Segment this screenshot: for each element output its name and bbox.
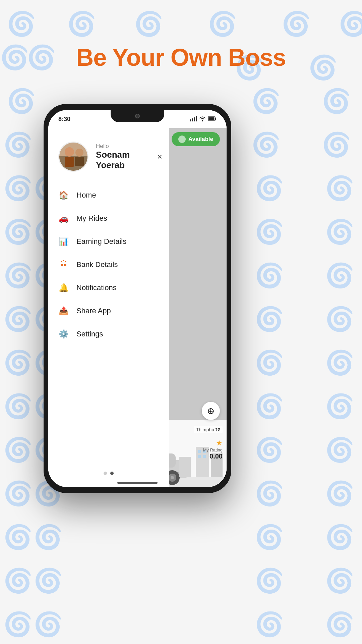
earning-icon: 📊 <box>58 236 69 247</box>
menu-item-notifications-label: Notifications <box>76 283 117 292</box>
swirl-deco: 🌀 <box>325 262 354 289</box>
available-button[interactable]: Available <box>172 132 220 146</box>
swirl-deco: 🌀 <box>325 523 354 551</box>
share-icon: 📤 <box>58 306 69 316</box>
swirl-deco: 🌀 <box>3 480 33 507</box>
swirl-deco: 🌀 <box>3 305 33 333</box>
dot-2 <box>110 472 114 475</box>
swirl-deco: 🌀 <box>255 480 284 507</box>
signal-icon <box>190 116 197 122</box>
rating-label: My Rating <box>203 447 223 452</box>
notch <box>111 110 164 122</box>
menu-item-settings[interactable]: ⚙️ Settings <box>58 323 159 346</box>
swirl-deco: 🌀 <box>255 610 284 638</box>
swirl-deco: 🌀 <box>255 567 284 594</box>
swirl-deco: 🌀 <box>255 305 284 333</box>
front-camera <box>135 114 140 118</box>
swirl-deco: 🌀 <box>3 218 33 246</box>
phone-frame: 8:30 <box>44 104 231 493</box>
swirl-deco: 🌀 <box>255 523 284 551</box>
swirl-deco: 🌀 <box>251 131 281 158</box>
swirl-deco: 🌀 <box>322 131 351 158</box>
menu-item-settings-label: Settings <box>76 330 103 338</box>
greeting-text: Hello <box>96 143 130 150</box>
svg-rect-10 <box>65 157 74 167</box>
menu-item-earning-label: Earning Details <box>76 237 126 246</box>
swirl-deco: 🌀 <box>255 436 284 464</box>
rating-star: ★ <box>203 439 223 447</box>
dot-1 <box>104 472 107 475</box>
phone-screen: 8:30 <box>48 110 227 487</box>
swirl-deco: 🌀 <box>255 174 284 202</box>
swirl-deco: 🌀 <box>34 610 63 638</box>
swirl-deco: 🌀 <box>3 392 33 420</box>
user-info: Hello Soenam Yoerab <box>96 143 130 170</box>
swirl-deco: 🌀 <box>3 523 33 551</box>
swirl-deco: 🌀 <box>255 262 284 289</box>
thimphu-label: Thimphu 🗺 <box>194 426 223 433</box>
side-drawer: × <box>48 128 169 487</box>
swirl-deco: 🌀 <box>325 436 354 464</box>
swirl-deco: 🌀 <box>3 174 33 202</box>
close-button[interactable]: × <box>157 152 162 162</box>
toggle-icon <box>178 136 186 143</box>
swirl-deco: 🌀 <box>255 392 284 420</box>
swirl-deco: 🌀 <box>325 392 354 420</box>
rating-value: 0.00 <box>203 452 223 460</box>
pagination-dots <box>58 468 159 480</box>
page-title: Be Your Own Boss <box>0 0 362 71</box>
swirl-deco: 🌀 <box>251 87 281 115</box>
menu-item-home-label: Home <box>76 191 96 200</box>
battery-icon <box>208 116 217 122</box>
swirl-deco: 🌀 <box>255 349 284 376</box>
menu-item-my-rides[interactable]: 🚗 My Rides <box>58 207 159 230</box>
swirl-deco: 🌀 <box>325 305 354 333</box>
swirl-deco: 🌀 <box>255 218 284 246</box>
swirl-deco: 🌀 <box>325 349 354 376</box>
user-profile: Hello Soenam Yoerab <box>58 142 159 172</box>
available-label: Available <box>188 136 213 143</box>
swirl-deco: 🌀 <box>3 436 33 464</box>
menu-item-share-label: Share App <box>76 307 111 315</box>
swirl-deco: 🌀 <box>325 480 354 507</box>
location-button[interactable]: ⊕ <box>202 402 220 420</box>
rating-box: ★ My Rating 0.00 <box>203 439 223 460</box>
menu-item-earning-details[interactable]: 📊 Earning Details <box>58 230 159 253</box>
avatar <box>58 142 88 172</box>
swirl-deco: 🌀 <box>34 567 63 594</box>
svg-rect-0 <box>190 119 191 121</box>
svg-rect-12 <box>75 157 84 166</box>
swirl-deco: 🌀 <box>322 87 351 115</box>
rides-icon: 🚗 <box>58 213 69 224</box>
menu-item-bank-details[interactable]: 🏛 Bank Details <box>58 253 159 276</box>
svg-point-31 <box>171 476 174 479</box>
location-icon: ⊕ <box>207 406 215 416</box>
swirl-deco: 🌀 <box>3 567 33 594</box>
swirl-deco: 🌀 <box>325 218 354 246</box>
svg-rect-1 <box>192 118 193 121</box>
menu-item-notifications[interactable]: 🔔 Notifications <box>58 276 159 300</box>
menu-item-share-app[interactable]: 📤 Share App <box>58 300 159 323</box>
status-bar: 8:30 <box>48 110 227 128</box>
settings-icon: ⚙️ <box>58 329 69 339</box>
menu-item-home[interactable]: 🏠 Home <box>58 184 159 207</box>
home-indicator <box>117 482 158 484</box>
user-name-line2: Yoerab <box>96 160 125 170</box>
svg-rect-2 <box>194 117 195 121</box>
home-icon: 🏠 <box>58 190 69 201</box>
menu-list: 🏠 Home 🚗 My Rides 📊 Earning Details 🏛 Ba… <box>58 184 159 468</box>
bank-icon: 🏛 <box>58 259 69 270</box>
menu-item-rides-label: My Rides <box>76 214 107 223</box>
notifications-icon: 🔔 <box>58 282 69 293</box>
svg-rect-39 <box>198 450 201 453</box>
swirl-deco: 🌀 <box>3 262 33 289</box>
svg-rect-5 <box>215 118 216 120</box>
status-icons <box>190 116 217 122</box>
svg-point-9 <box>65 147 74 157</box>
swirl-deco: 🌀 <box>3 349 33 376</box>
svg-rect-6 <box>208 117 215 120</box>
swirl-deco: 🌀 <box>325 610 354 638</box>
swirl-deco: 🌀 <box>3 610 33 638</box>
swirl-deco: 🌀 <box>7 87 36 115</box>
status-time: 8:30 <box>58 116 70 123</box>
